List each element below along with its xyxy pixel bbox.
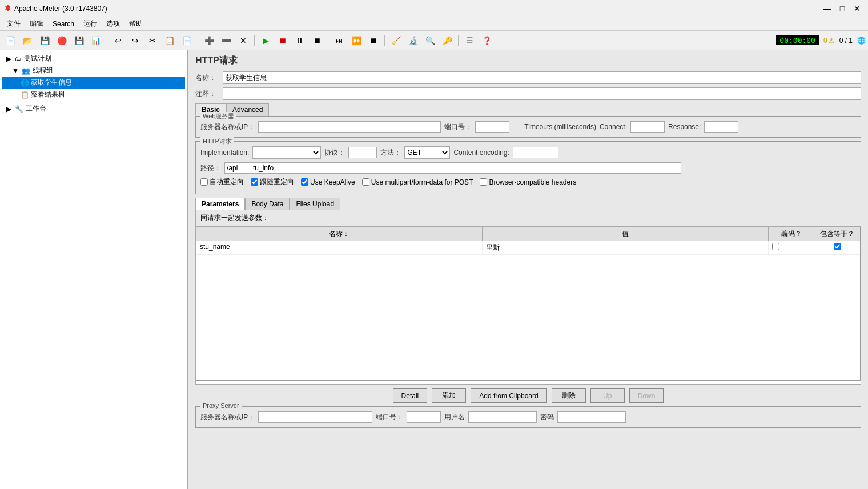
tree-item-test-plan[interactable]: ▶ 🗂 测试计划 [2,53,185,65]
tree-item-result-tree[interactable]: 📋 察看结果树 [2,89,185,101]
path-input[interactable] [224,162,681,174]
send-label-text: 同请求一起发送参数： [200,214,269,222]
close-btn[interactable]: ✕ [851,2,863,15]
params-table-container: 同请求一起发送参数： 名称： 值 编码？ 包含等于？ stu_name 里斯 [195,210,861,385]
add-button[interactable]: ➕ [201,33,217,48]
tree-item-label-0: 测试计划 [24,54,51,63]
proxy-password-label: 密码 [540,412,554,422]
port-input[interactable] [475,121,509,133]
shutdown-button[interactable]: ⏹ [309,33,325,48]
analysis-button[interactable]: 🔬 [405,33,421,48]
web-server-section: Web服务器 服务器名称或IP： 端口号： Timeouts (millisec… [195,116,861,138]
list-button[interactable]: ☰ [461,33,477,48]
tree-item-get-student[interactable]: 🌐 获取学生信息 [2,77,185,89]
cb-follow-redirect[interactable] [251,178,258,186]
sub-tab-files-upload[interactable]: Files Upload [290,198,340,210]
sub-tab-parameters[interactable]: Parameters [195,198,245,210]
minimize-btn[interactable]: — [821,2,834,15]
app-title: Apache JMeter (3.0 r1743807) [14,5,107,13]
tree-item-thread-group[interactable]: ▼ 👥 线程组 [2,65,185,77]
cb-follow-redirect-item: 跟随重定向 [251,177,294,187]
save-button[interactable]: 💾 [37,33,53,48]
new-button[interactable]: 📄 [2,33,18,48]
undo-button[interactable]: ↩ [110,33,126,48]
proxy-username-input[interactable] [468,411,537,423]
protocol-input[interactable] [348,147,377,158]
form-title: HTTP请求 [195,55,861,67]
timer-display: 00:00:00 [776,35,819,45]
remote-stop-button[interactable]: ⏹ [365,33,381,48]
down-button[interactable]: Down [629,388,664,403]
connect-input[interactable] [630,121,665,133]
encode-cb-0[interactable] [772,243,779,250]
cb-multipart[interactable] [362,178,369,186]
warning-count: 0 [823,37,827,45]
server-ip-input[interactable] [258,121,441,133]
stop-button[interactable]: ⏹ [275,33,291,48]
response-input[interactable] [704,121,738,133]
open-button[interactable]: 📂 [19,33,35,48]
table-row[interactable]: stu_name 里斯 [196,241,860,255]
tree-icon-3: 📋 [21,91,29,99]
delete-button[interactable]: 删除 [552,388,586,403]
menu-search[interactable]: Search [48,19,79,29]
cb-multipart-item: Use multipart/form-data for POST [362,178,473,186]
startno-button[interactable]: ⏭ [331,33,347,48]
find-button[interactable]: 🔍 [422,33,438,48]
sub-tab-body-data[interactable]: Body Data [245,198,290,210]
error-button[interactable]: 🔴 [54,33,70,48]
remove-button[interactable]: ➖ [218,33,234,48]
ssl-button[interactable]: 🔑 [439,33,455,48]
clear-button[interactable]: ✕ [235,33,251,48]
remote-button[interactable]: ⏩ [348,33,364,48]
form-container: HTTP请求 名称： 注释： Basic Advanced Web服务器 服务器… [188,50,868,432]
copy-button[interactable]: 📋 [162,33,178,48]
tree-item-workbench[interactable]: ▶ 🔧 工作台 [2,103,185,115]
maximize-btn[interactable]: □ [836,2,849,15]
up-button[interactable]: Up [590,388,625,403]
include-cb-0[interactable] [834,243,841,250]
encoding-input[interactable] [513,147,558,158]
cb-keepalive-item: Use KeepAlive [301,178,355,186]
clear-all-button[interactable]: 🧹 [388,33,404,48]
redo-button[interactable]: ↪ [127,33,143,48]
method-select[interactable]: GET POST PUT DELETE [404,146,450,159]
sub-tab-row: Parameters Body Data Files Upload [195,198,861,210]
cb-browser-headers-item: Browser-compatible headers [480,178,576,186]
menu-edit[interactable]: 编辑 [25,18,48,30]
menu-file[interactable]: 文件 [2,18,25,30]
proxy-password-input[interactable] [557,411,626,423]
impl-select[interactable] [252,146,321,159]
menu-run[interactable]: 运行 [79,18,102,30]
detail-button[interactable]: Detail [393,388,428,403]
tree-item-label-1: 线程组 [33,66,53,75]
menu-options[interactable]: 选项 [102,18,124,30]
add-param-button[interactable]: 添加 [432,388,466,403]
proxy-server-input[interactable] [258,411,372,423]
cut-button[interactable]: ✂ [144,33,160,48]
proxy-row: 服务器名称或IP： 端口号： 用户名 密码 [200,411,856,423]
connect-label: Connect: [600,123,627,131]
proxy-port-input[interactable] [407,411,441,423]
tree-item-label-3: 察看结果树 [31,90,65,99]
cell-name-0: stu_name [196,241,483,254]
port-label: 端口号： [444,122,472,132]
pause-button[interactable]: ⏸ [292,33,308,48]
comment-input[interactable] [223,87,861,100]
help-button[interactable]: ❓ [479,33,495,48]
report-button[interactable]: 📊 [88,33,104,48]
cb-keepalive[interactable] [301,178,308,186]
sep4 [328,35,328,46]
cb-multipart-label: Use multipart/form-data for POST [371,178,473,186]
paste-button[interactable]: 📄 [179,33,195,48]
save2-button[interactable]: 💾 [71,33,87,48]
name-input[interactable] [223,71,861,84]
cb-browser-headers[interactable] [480,178,487,186]
add-clipboard-button[interactable]: Add from Clipboard [471,388,546,403]
comment-row: 注释： [195,87,861,100]
cb-redirect[interactable] [200,178,208,186]
run-button[interactable]: ▶ [258,33,274,48]
sep2 [198,35,198,46]
menu-help[interactable]: 帮助 [124,18,147,30]
impl-label: Implementation: [200,149,249,157]
